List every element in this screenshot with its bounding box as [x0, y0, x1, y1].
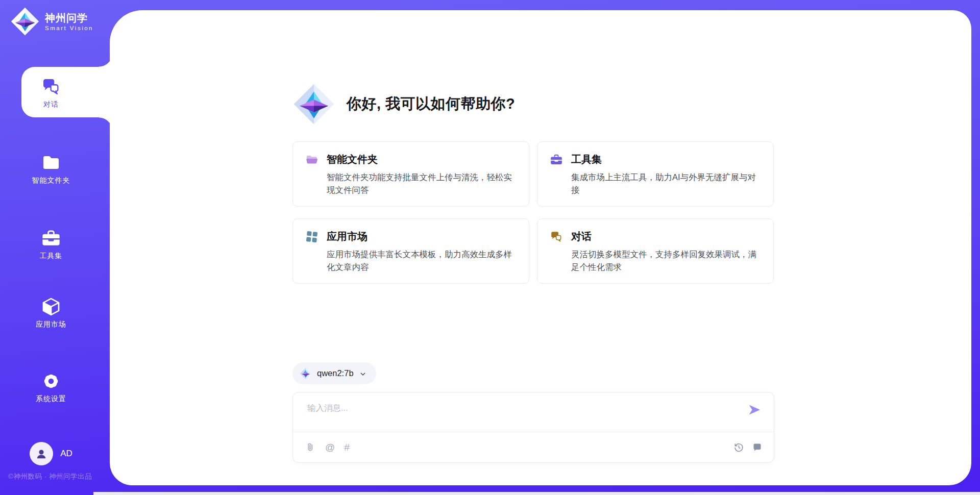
main-panel: 你好, 我可以如何帮助你? 智能文件夹 智能文件夹功能支持批量文件上传与清洗，轻… — [110, 10, 971, 485]
card-title: 智能文件夹 — [327, 153, 378, 166]
card-title: 工具集 — [571, 153, 602, 166]
sidebar-item-app-market[interactable]: 应用市场 — [0, 287, 102, 337]
card-description: 灵活切换多模型文件，支持多样回复效果调试，满足个性化需求 — [571, 248, 761, 274]
active-tab-scoop-top — [99, 54, 112, 67]
greeting: 你好, 我可以如何帮助你? — [292, 83, 515, 126]
card-description: 智能文件夹功能支持批量文件上传与清洗，轻松实现文件问答 — [327, 171, 517, 196]
mention-button[interactable]: @ — [325, 442, 335, 452]
sidebar-item-label: 系统设置 — [0, 394, 102, 404]
greeting-text: 你好, 我可以如何帮助你? — [347, 94, 515, 114]
sidebar-item-label: 应用市场 — [0, 320, 102, 329]
message-input[interactable] — [306, 402, 727, 429]
avatar — [30, 442, 53, 465]
chevron-down-icon — [359, 370, 367, 378]
composer-divider — [293, 432, 774, 432]
active-tab-scoop-bottom — [99, 117, 112, 131]
brand-subtitle: Smart Vision — [45, 25, 93, 31]
person-icon — [35, 447, 48, 460]
composer-tools-left: @ # — [305, 432, 350, 462]
card-title: 对话 — [571, 230, 592, 243]
greeting-gem-icon — [292, 83, 335, 126]
user-profile[interactable]: AD — [0, 442, 102, 465]
app-logo: 神州问学 Smart Vision — [10, 7, 93, 36]
feedback-button[interactable] — [752, 442, 763, 453]
send-icon[interactable] — [747, 403, 762, 417]
folder-icon — [40, 153, 62, 173]
app-grid-icon — [305, 230, 318, 243]
sidebar-item-label: 对话 — [0, 100, 102, 109]
brand-name: 神州问学 — [45, 12, 93, 23]
sidebar-item-label: 智能文件夹 — [0, 176, 102, 185]
card-description: 应用市场提供丰富长文本模板，助力高效生成多样化文章内容 — [327, 248, 517, 274]
feature-cards: 智能文件夹 智能文件夹功能支持批量文件上传与清洗，轻松实现文件问答 工具集 集 — [292, 141, 774, 284]
gear-icon — [40, 371, 62, 391]
chat-icon — [550, 230, 563, 243]
sidebar: 神州问学 Smart Vision 对话 智能文件夹 工具集 — [0, 0, 110, 495]
sidebar-item-label: 工具集 — [0, 252, 102, 261]
folder-open-icon — [305, 153, 318, 166]
card-app-market[interactable]: 应用市场 应用市场提供丰富长文本模板，助力高效生成多样化文章内容 — [292, 218, 529, 284]
card-smart-folder[interactable]: 智能文件夹 智能文件夹功能支持批量文件上传与清洗，轻松实现文件问答 — [292, 141, 529, 207]
history-button[interactable] — [733, 442, 744, 453]
toolbox-icon — [550, 153, 563, 166]
card-title: 应用市场 — [327, 230, 368, 243]
model-name: qwen2:7b — [317, 368, 354, 378]
content-column: 你好, 我可以如何帮助你? 智能文件夹 智能文件夹功能支持批量文件上传与清洗，轻… — [292, 10, 774, 485]
topic-button[interactable]: # — [344, 442, 350, 452]
sidebar-item-smart-folder[interactable]: 智能文件夹 — [0, 143, 102, 193]
composer-tools-right — [733, 432, 763, 462]
comment-icon — [752, 442, 763, 453]
sidebar-item-chat[interactable]: 对话 — [0, 67, 102, 117]
card-chat[interactable]: 对话 灵活切换多模型文件，支持多样回复效果调试，满足个性化需求 — [537, 218, 774, 284]
model-selector[interactable]: qwen2:7b — [292, 362, 376, 384]
model-gem-icon — [300, 367, 312, 380]
card-description: 集成市场上主流工具，助力AI与外界无缝扩展与对接 — [571, 171, 761, 196]
cube-icon — [40, 296, 62, 317]
copyright-footer: ©神州数码 · 神州问学出品 — [8, 472, 92, 481]
history-icon — [733, 442, 744, 453]
message-composer: @ # — [292, 392, 774, 463]
chat-icon — [40, 77, 62, 97]
paperclip-icon — [305, 442, 316, 453]
sidebar-item-settings[interactable]: 系统设置 — [0, 361, 102, 412]
toolbox-icon — [40, 228, 62, 249]
sidebar-item-toolbox[interactable]: 工具集 — [0, 218, 102, 269]
attachment-button[interactable] — [305, 442, 316, 453]
card-toolbox[interactable]: 工具集 集成市场上主流工具，助力AI与外界无缝扩展与对接 — [537, 141, 774, 207]
horizontal-scrollbar[interactable] — [93, 492, 980, 495]
user-name: AD — [60, 449, 72, 459]
brand-gem-icon — [10, 7, 40, 36]
